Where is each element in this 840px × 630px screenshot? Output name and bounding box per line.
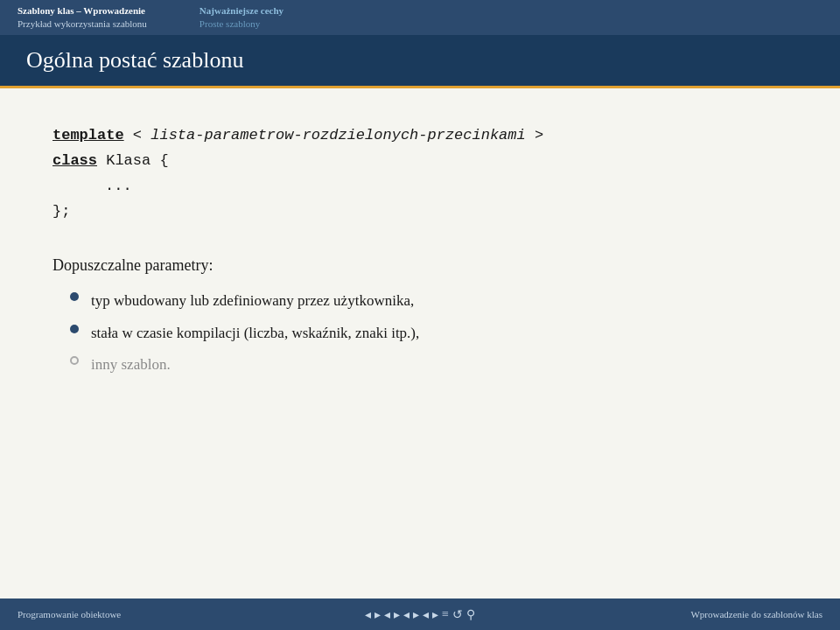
- nav-left-subtitle: Przykład wykorzystania szablonu: [18, 18, 147, 31]
- bottom-bar: Programowanie obiektowe ◂ ▸ ◂ ▸ ◂ ▸ ◂ ▸ …: [0, 598, 840, 630]
- nav-right-section: Najważniejsze cechy Proste szablony: [200, 4, 284, 32]
- code-block: template < lista-parametrow-rozdzielonyc…: [52, 123, 788, 225]
- description-section: Dopuszczalne parametry: typ wbudowany lu…: [52, 251, 788, 379]
- code-line-1: template < lista-parametrow-rozdzielonyc…: [52, 123, 788, 149]
- nav-next-icon3[interactable]: ▸: [432, 607, 438, 622]
- nav-prev-icon3[interactable]: ◂: [423, 607, 429, 622]
- list-item-1-text: typ wbudowany lub zdefiniowany przez uży…: [91, 288, 414, 315]
- list-item-3: inny szablon.: [70, 352, 788, 379]
- footer-left: Programowanie obiektowe: [0, 609, 356, 620]
- nav-right-title: Najważniejsze cechy: [200, 4, 284, 18]
- list-item-1: typ wbudowany lub zdefiniowany przez uży…: [70, 288, 788, 315]
- code-line-4: };: [52, 200, 788, 225]
- section-title: Ogólna postać szablonu: [26, 47, 814, 74]
- bullet-icon-1: [70, 292, 79, 301]
- code-ellipsis: ...: [105, 178, 132, 194]
- list-item-2-text: stała w czasie kompilacji (liczba, wskaź…: [91, 320, 419, 347]
- main-content: template < lista-parametrow-rozdzielonyc…: [0, 88, 840, 601]
- nav-next-section-icon[interactable]: ▸: [394, 607, 400, 622]
- footer-left-text: Programowanie obiektowe: [18, 609, 121, 620]
- nav-right-subtitle: Proste szablony: [200, 18, 284, 31]
- footer-right: Wprowadzenie do szablonów klas: [484, 609, 840, 620]
- nav-prev-section-icon[interactable]: ◂: [384, 607, 390, 622]
- nav-left-title: Szablony klas – Wprowadzenie: [18, 4, 147, 18]
- footer-right-text: Wprowadzenie do szablonów klas: [690, 609, 822, 620]
- code-closing: };: [52, 203, 70, 220]
- nav-search-icon[interactable]: ⚲: [466, 607, 475, 622]
- section-header: Ogólna postać szablonu: [0, 35, 840, 86]
- list-item-3-text: inny szablon.: [91, 352, 171, 379]
- description-list: typ wbudowany lub zdefiniowany przez uży…: [52, 288, 788, 379]
- nav-left-section: Szablony klas – Wprowadzenie Przykład wy…: [18, 4, 147, 32]
- code-line-3: ...: [52, 174, 788, 200]
- nav-back-icon[interactable]: ◂: [365, 607, 371, 622]
- code-line2-rest: Klasa {: [97, 152, 169, 169]
- footer-navigation[interactable]: ◂ ▸ ◂ ▸ ◂ ▸ ◂ ▸ ≡ ↺ ⚲: [356, 607, 484, 622]
- description-title: Dopuszczalne parametry:: [52, 251, 788, 279]
- list-item-2: stała w czasie kompilacji (liczba, wskaź…: [70, 320, 788, 347]
- code-line-2: class Klasa {: [52, 149, 788, 174]
- nav-menu-icon[interactable]: ≡: [442, 607, 449, 621]
- nav-prev-icon2[interactable]: ◂: [403, 607, 410, 622]
- class-keyword: class: [52, 152, 97, 169]
- bullet-icon-2: [70, 325, 79, 333]
- bullet-icon-3: [70, 356, 79, 365]
- nav-refresh-icon[interactable]: ↺: [452, 607, 463, 622]
- nav-next-icon2[interactable]: ▸: [413, 607, 419, 622]
- code-line1-rest: < lista-parametrow-rozdzielonych-przecin…: [124, 127, 543, 144]
- template-keyword: template: [52, 127, 124, 144]
- top-navigation: Szablony klas – Wprowadzenie Przykład wy…: [0, 0, 840, 35]
- nav-forward-icon[interactable]: ▸: [374, 607, 381, 622]
